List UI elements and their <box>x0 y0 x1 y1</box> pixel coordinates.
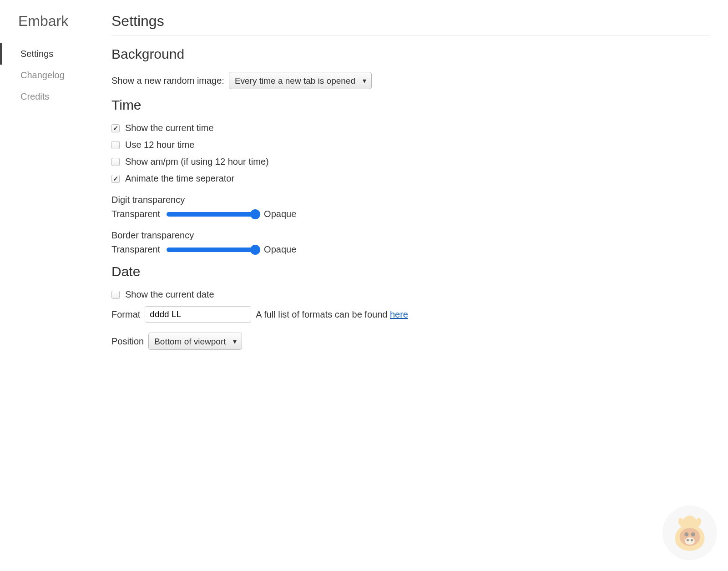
sidebar-item-label: Settings <box>20 49 53 59</box>
checkbox-label: Show am/pm (if using 12 hour time) <box>125 157 269 167</box>
section-heading-background: Background <box>111 46 710 62</box>
slider-min-label: Transparent <box>111 209 160 219</box>
border-transparency-label: Border transparency <box>111 230 710 241</box>
slider-max-label: Opaque <box>264 244 296 255</box>
date-format-help-link[interactable]: here <box>390 309 408 319</box>
slider-thumb-icon[interactable] <box>250 245 260 255</box>
sidebar-item-credits[interactable]: Credits <box>0 86 111 107</box>
time-option-am-pm[interactable]: Show am/pm (if using 12 hour time) <box>111 157 710 167</box>
watermark-logo-icon <box>662 505 717 560</box>
svg-point-3 <box>685 537 695 545</box>
checkbox-label: Animate the time seperator <box>125 173 234 184</box>
main-content: Settings Background Show a new random im… <box>111 0 728 571</box>
svg-point-1 <box>684 532 688 536</box>
date-format-input[interactable] <box>145 306 251 323</box>
random-image-label: Show a new random image: <box>111 76 224 86</box>
sidebar-item-settings[interactable]: Settings <box>0 43 111 65</box>
time-option-show-current-time[interactable]: Show the current time <box>111 123 710 133</box>
border-transparency-slider[interactable] <box>167 248 258 252</box>
sidebar-item-changelog[interactable]: Changelog <box>0 65 111 86</box>
background-random-image-row: Show a new random image: Every time a ne… <box>111 72 710 89</box>
section-heading-date: Date <box>111 264 710 279</box>
time-option-animate-separator[interactable]: Animate the time seperator <box>111 173 710 184</box>
slider-min-label: Transparent <box>111 244 160 255</box>
svg-point-4 <box>687 539 689 541</box>
checkbox-icon[interactable] <box>111 158 120 166</box>
sidebar: Embark Settings Changelog Credits <box>0 0 111 571</box>
random-image-select[interactable]: Every time a new tab is opened <box>229 72 372 89</box>
sidebar-item-label: Credits <box>20 91 49 101</box>
svg-point-2 <box>691 532 695 536</box>
checkbox-label: Use 12 hour time <box>125 140 194 150</box>
date-format-label: Format <box>111 309 140 320</box>
checkbox-icon[interactable] <box>111 291 120 299</box>
section-heading-time: Time <box>111 97 710 113</box>
checkbox-label: Show the current time <box>125 123 214 133</box>
date-position-select[interactable]: Bottom of viewport <box>148 333 242 350</box>
checkbox-icon[interactable] <box>111 124 120 132</box>
time-option-12-hour[interactable]: Use 12 hour time <box>111 140 710 150</box>
date-position-row: Position Bottom of viewport <box>111 333 710 350</box>
date-format-row: Format A full list of formats can be fou… <box>111 306 710 323</box>
slider-max-label: Opaque <box>264 209 296 219</box>
checkbox-label: Show the current date <box>125 289 214 300</box>
page-title: Settings <box>111 13 710 35</box>
format-hint-text: A full list of formats can be found <box>256 309 390 319</box>
app-title: Embark <box>0 13 111 39</box>
digit-transparency-label: Digit transparency <box>111 195 710 205</box>
checkbox-icon[interactable] <box>111 175 120 183</box>
border-transparency-group: Border transparency Transparent Opaque <box>111 230 710 255</box>
checkbox-icon[interactable] <box>111 141 120 149</box>
date-format-hint: A full list of formats can be found here <box>256 309 408 320</box>
digit-transparency-group: Digit transparency Transparent Opaque <box>111 195 710 219</box>
slider-thumb-icon[interactable] <box>250 209 260 219</box>
svg-point-5 <box>691 539 693 541</box>
digit-transparency-slider[interactable] <box>167 212 258 217</box>
date-option-show-current-date[interactable]: Show the current date <box>111 289 710 300</box>
sidebar-item-label: Changelog <box>20 70 65 80</box>
date-position-label: Position <box>111 336 144 347</box>
